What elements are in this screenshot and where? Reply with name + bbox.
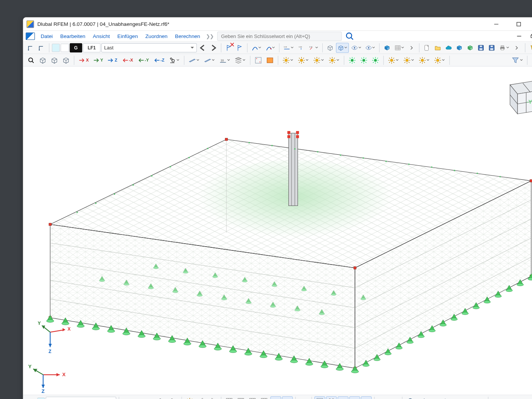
grid-dots-icon[interactable] <box>530 55 532 65</box>
menu-einfuegen[interactable]: Einfügen <box>114 32 141 40</box>
deformation-1-icon[interactable] <box>250 43 263 52</box>
loadcase-prev-button[interactable] <box>198 43 207 52</box>
view-pos-y[interactable]: Y <box>91 55 105 65</box>
loadcase-next-button[interactable] <box>208 43 218 52</box>
wp-tool-3-icon[interactable] <box>145 396 155 399</box>
save-icon[interactable] <box>476 43 486 52</box>
view-color-1[interactable] <box>52 43 60 52</box>
layers-icon[interactable] <box>233 55 247 65</box>
result-text-x2-icon[interactable]: x.xx <box>307 43 320 52</box>
wp-sun-icon[interactable] <box>184 396 195 399</box>
load-green-3-icon[interactable] <box>370 55 381 65</box>
loadcase-category-chip[interactable]: G <box>70 43 82 52</box>
snap-magnet-icon[interactable] <box>326 396 337 399</box>
cloud-1-icon[interactable] <box>444 43 454 52</box>
wp-prev-icon[interactable] <box>196 396 207 399</box>
result-text-x-icon[interactable]: x.xx <box>296 43 306 52</box>
load-new-1-icon[interactable] <box>281 55 295 65</box>
snap-dots3-icon[interactable] <box>361 396 372 399</box>
load-new-4-icon[interactable] <box>327 55 341 65</box>
view-color-2[interactable] <box>61 43 69 52</box>
wire-cube-3-icon[interactable] <box>60 55 71 65</box>
maximize-button[interactable] <box>509 17 528 31</box>
result-table-icon[interactable] <box>393 43 406 52</box>
loadcase-select[interactable]: Last <box>101 43 196 52</box>
menu-bearbeiten[interactable]: Bearbeiten <box>57 32 89 40</box>
load-orange-2-icon[interactable] <box>402 55 416 65</box>
toolbar-overflow-2[interactable] <box>511 43 521 52</box>
section-plane-icon[interactable] <box>187 55 201 65</box>
workplane-select[interactable]: 1 - Global XYZ <box>46 396 116 399</box>
show-results-eye-icon[interactable] <box>350 43 363 52</box>
deformation-2-icon[interactable] <box>264 43 277 52</box>
view-pos-z[interactable]: Z <box>106 55 119 65</box>
toolbar-overflow-1[interactable] <box>407 43 416 52</box>
view-neg-y[interactable]: -Y <box>136 55 150 65</box>
filter-icon[interactable] <box>510 55 524 65</box>
box3d-green-icon[interactable] <box>465 43 475 52</box>
grid-toggle-3-icon[interactable] <box>247 396 258 399</box>
view-neg-x[interactable]: -X <box>120 55 135 65</box>
load-orange-1-icon[interactable] <box>386 55 401 65</box>
snap-grid-icon[interactable] <box>314 396 325 399</box>
set-workplane-2-icon[interactable] <box>36 43 46 52</box>
wp-tool-2-icon[interactable] <box>133 396 144 399</box>
orientation-cube[interactable]: -Y -X <box>497 73 532 119</box>
workplane-origin-icon[interactable] <box>26 396 36 399</box>
viewport-3d[interactable]: X Y Z -Y -X <box>23 66 532 394</box>
save-as-icon[interactable] <box>487 43 497 52</box>
set-workplane-1-icon[interactable] <box>26 43 36 52</box>
menu-zuordnen[interactable]: Zuordnen <box>142 32 171 40</box>
circle-tool-icon[interactable] <box>405 396 416 399</box>
section-plane2-icon[interactable] <box>202 55 217 65</box>
grid-toggle-1-icon[interactable] <box>224 396 234 399</box>
ortho-mode-icon[interactable] <box>377 396 388 399</box>
mdi-minimize-button[interactable] <box>513 32 525 41</box>
wp-tool-5-icon[interactable] <box>168 396 179 399</box>
wp-tool-4-icon[interactable] <box>157 396 167 399</box>
mesh-points-icon[interactable] <box>253 55 263 65</box>
line-horiz-icon[interactable] <box>428 396 439 399</box>
menu-datei[interactable]: Datei <box>37 32 56 40</box>
menu-berechnen[interactable]: Berechnen <box>172 32 204 40</box>
clipboard-cube-icon[interactable] <box>382 43 392 52</box>
num10-icon[interactable] <box>218 55 232 65</box>
line-diag-icon[interactable] <box>416 396 427 399</box>
sel-beam-icon[interactable] <box>526 396 532 399</box>
view-neg-z[interactable]: -Z <box>151 55 166 65</box>
cloud-2-icon[interactable] <box>454 43 464 52</box>
load-new-2-icon[interactable] <box>296 55 310 65</box>
angle-icon[interactable] <box>298 396 309 399</box>
line-perp-icon[interactable] <box>451 396 462 399</box>
load-orange-3-icon[interactable] <box>417 55 431 65</box>
snap-dots-icon[interactable] <box>337 396 348 399</box>
wp-tool-1-icon[interactable] <box>122 396 132 399</box>
line-par-icon[interactable] <box>463 396 474 399</box>
eye-toggle-2-icon[interactable] <box>282 396 293 399</box>
loads-flag-2-icon[interactable] <box>234 43 244 52</box>
wire-cube-1-icon[interactable] <box>37 55 48 65</box>
loads-flag-1-icon[interactable] <box>224 43 234 52</box>
microscope-icon[interactable] <box>167 55 181 65</box>
ortho-mode2-icon[interactable] <box>389 396 399 399</box>
mdi-restore-button[interactable] <box>527 32 532 41</box>
load-green-1-icon[interactable] <box>347 55 357 65</box>
wire-cube-2-icon[interactable] <box>49 55 60 65</box>
show-model-icon[interactable] <box>325 43 335 52</box>
show-results-eye2-icon[interactable] <box>364 43 377 52</box>
sel-rect3-icon[interactable] <box>514 396 525 399</box>
grid-toggle-4-icon[interactable] <box>259 396 269 399</box>
menu-overflow[interactable]: ❯ ❯ <box>204 33 215 39</box>
sel-rect2-icon[interactable] <box>502 396 513 399</box>
quick-search-input[interactable] <box>217 32 342 41</box>
select-cursor-icon[interactable] <box>528 43 532 52</box>
sel-rect-icon[interactable] <box>491 396 502 399</box>
load-orange-4-icon[interactable] <box>432 55 447 65</box>
minimize-button[interactable] <box>487 17 506 31</box>
new-model-icon[interactable] <box>422 43 432 52</box>
show-solid-icon[interactable] <box>336 43 349 52</box>
workplane-color[interactable] <box>37 397 45 399</box>
ruler-icon[interactable] <box>475 396 485 399</box>
zoom-extents-icon[interactable] <box>26 55 36 65</box>
result-text-xxx-icon[interactable]: x.xx <box>282 43 295 52</box>
